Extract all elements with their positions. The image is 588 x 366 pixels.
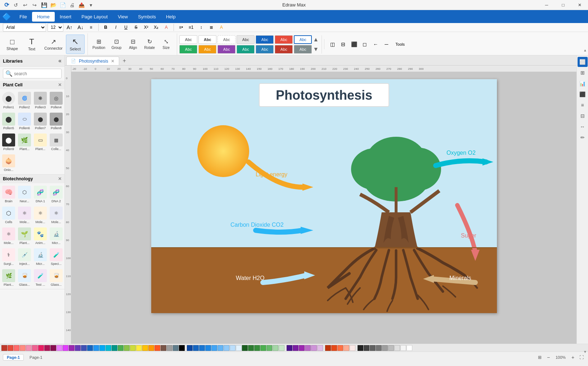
menu-home[interactable]: Home [32,12,55,22]
color-swatch[interactable] [44,345,50,351]
color-swatch[interactable] [287,345,292,351]
style-box-7[interactable]: Abc [294,35,312,44]
zoom-in-btn[interactable]: + [569,354,576,361]
number-list-btn[interactable]: ≡1 [187,23,196,32]
redo-btn[interactable]: ↪ [31,1,38,9]
color-swatch[interactable] [236,345,242,351]
undo-rotate-btn[interactable]: ↺ [12,1,19,9]
menu-file[interactable]: File [14,12,32,22]
fill-btn[interactable]: ⬛ [349,39,359,49]
list-item[interactable]: 🌿 Plant... [17,132,32,152]
color-swatch[interactable] [38,345,44,351]
color-swatch[interactable] [173,345,179,351]
biotechnology-header[interactable]: Biotechnology ✕ [0,175,64,183]
list-item[interactable]: 💉 Inject... [17,247,32,267]
color-swatch[interactable] [370,345,376,351]
open-btn[interactable]: 📂 [50,1,57,9]
style-box-13[interactable]: Abc [275,45,293,54]
save-btn[interactable]: 💾 [40,1,48,9]
color-swatch[interactable] [217,345,223,351]
undo-btn[interactable]: ↩ [22,1,29,9]
list-item[interactable]: 🌿 Plant... [1,268,16,288]
list-item[interactable]: 🧬 DNA 2 [49,185,63,204]
bold-btn[interactable]: B [102,23,110,32]
tab-photosynthesis[interactable]: 📄 Photosynthesis ✕ [66,57,119,65]
color-swatch[interactable] [8,345,13,351]
search-input[interactable] [14,71,59,76]
color-swatch[interactable] [311,345,317,351]
menu-view[interactable]: View [113,12,133,22]
color-swatch[interactable] [26,345,32,351]
underline-btn[interactable]: U [122,23,130,32]
line-spacing-btn[interactable]: ↕ [197,23,206,32]
color-swatch[interactable] [167,345,172,351]
zoom-out-btn[interactable]: − [545,354,552,361]
color-swatch[interactable] [154,345,160,351]
color-swatch[interactable] [350,345,355,351]
list-item[interactable]: ▭ Plant... [33,132,48,152]
color-swatch[interactable] [14,345,19,351]
list-item[interactable]: ⬤ Pollen9 [1,132,16,152]
list-item[interactable]: ❋ Pollen3 [33,91,48,110]
list-item[interactable]: 🧠 Brain [1,185,16,204]
font-color-btn[interactable]: A [162,23,171,32]
strikethrough-btn[interactable]: S [132,23,140,32]
color-swatch[interactable] [224,345,229,351]
style-box-14[interactable]: Abc [294,45,312,54]
color-swatch[interactable] [211,345,217,351]
position-tool[interactable]: ⊞ Position [90,35,108,54]
list-item[interactable]: 🔬 Micr... [33,247,48,267]
list-item[interactable]: ⬭ Pollen6 [17,112,32,131]
color-swatch[interactable] [337,345,343,351]
style-box-10[interactable]: Abc [217,45,235,54]
list-item[interactable]: ⚛ Mole... [33,205,48,225]
group-tool[interactable]: ⊡ Group [108,35,124,54]
list-item[interactable]: 🌱 Plant... [17,226,32,246]
paragraph-align-btn[interactable]: ≣ [207,23,216,32]
menu-help[interactable]: Help [161,12,181,22]
color-swatch[interactable] [376,345,382,351]
color-swatch[interactable] [81,345,87,351]
style-box-8[interactable]: Abc [179,45,197,54]
style-box-9[interactable]: Abc [198,45,216,54]
color-swatch[interactable] [305,345,311,351]
list-item[interactable]: 🧅 Onio... [1,153,16,173]
color-swatch[interactable] [193,345,199,351]
color-swatch[interactable] [187,345,193,351]
color-swatch[interactable] [32,345,38,351]
style-box-2[interactable]: Abc [198,35,216,44]
color-swatch[interactable] [69,345,75,351]
color-swatch[interactable] [266,345,272,351]
color-swatch[interactable] [364,345,369,351]
color-swatch[interactable] [75,345,81,351]
canvas-scroll[interactable]: Photosynthesis [71,72,576,344]
maximize-btn[interactable]: □ [555,0,571,10]
add-tab-btn[interactable]: + [120,57,129,65]
minimize-btn[interactable]: ─ [538,0,555,10]
print-btn[interactable]: 🖨 [68,1,76,9]
list-item[interactable]: ⬤ Pollen7 [33,112,48,131]
list-item[interactable]: ◎ Pollen4 [49,91,63,110]
menu-symbols[interactable]: Symbols [133,12,161,22]
connector-tool[interactable]: ↗ Connector [42,35,65,54]
align-btn[interactable]: ≡ [87,23,95,32]
color-swatch[interactable] [136,345,142,351]
color-swatch[interactable] [260,345,266,351]
list-item[interactable]: ⬤ Pollen5 [1,112,16,131]
color-swatch[interactable] [317,345,323,351]
line-start-btn[interactable]: ← [371,39,381,49]
list-item[interactable]: ⬡ Cells [1,205,16,225]
tools-label-btn[interactable]: Tools [392,39,408,49]
fit-page-btn[interactable]: ⊞ [536,354,543,361]
border-style-btn[interactable]: ⊟ [338,39,348,49]
color-swatch[interactable] [279,345,284,351]
color-swatch[interactable] [106,345,111,351]
rotate-tool[interactable]: ↻ Rotate [142,35,157,54]
color-swatch[interactable] [358,345,363,351]
shape-tool[interactable]: □ Shape [3,35,22,54]
color-swatch[interactable] [99,345,105,351]
color-swatch[interactable] [57,345,62,351]
menu-page-layout[interactable]: Page Layout [76,12,113,22]
style-scroll-down[interactable]: ▼ [313,45,319,54]
color-swatch[interactable] [130,345,136,351]
